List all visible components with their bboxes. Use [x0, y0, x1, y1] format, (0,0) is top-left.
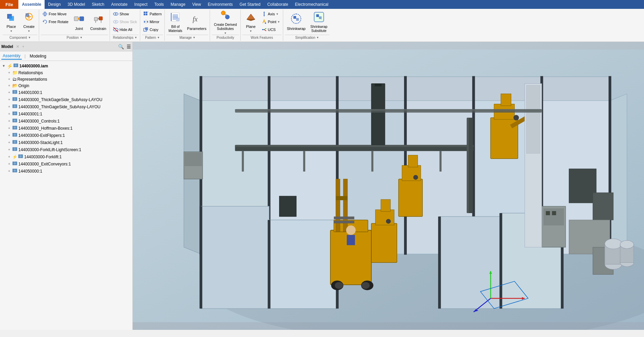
mirror-button[interactable]: Mirror	[142, 18, 163, 26]
svg-point-33	[225, 15, 229, 19]
hide-all-button[interactable]: Hide All	[112, 26, 138, 33]
menu-environments[interactable]: Environments	[204, 0, 236, 9]
expand-exitconveyors[interactable]: +	[7, 162, 12, 166]
menu-collaborate[interactable]: Collaborate	[264, 0, 291, 9]
constrain-button[interactable]: Constrain	[88, 10, 108, 34]
menu-sketch[interactable]: Sketch	[88, 0, 108, 9]
tree-item-144003001[interactable]: + 144003001:1	[0, 110, 132, 117]
place-dropdown-icon: ▼	[10, 30, 13, 33]
group-relationships: Show Show Sick Hide All Relationships ▼	[110, 10, 140, 41]
expand-144001000[interactable]: +	[7, 91, 12, 94]
tree-item-thingage[interactable]: + 144003000_ThinGageSide_SubAssy-LAYOU	[0, 103, 132, 110]
create-button[interactable]: Create ▼	[20, 10, 37, 34]
model-close-icon[interactable]: ✕	[16, 44, 19, 49]
tree-item-hoffman[interactable]: + 144003000_Hoffman-Boxes:1	[0, 125, 132, 132]
viewport[interactable]	[133, 42, 644, 330]
expand-controls[interactable]: +	[7, 119, 12, 123]
tree-item-lightscreen[interactable]: + 144003000-ForklLift-LightScreen:1	[0, 146, 132, 153]
expand-relationships[interactable]: +	[7, 71, 12, 75]
assembly-icon-root	[13, 63, 19, 69]
menu-inspect[interactable]: Inspect	[131, 0, 151, 9]
free-move-label: Free Move	[49, 12, 67, 16]
place-button[interactable]: Place ▼	[3, 10, 20, 34]
svg-rect-61	[14, 105, 16, 107]
menu-view[interactable]: View	[189, 0, 205, 9]
expand-thickgage[interactable]: +	[7, 98, 12, 101]
file-tab[interactable]: File	[0, 0, 18, 9]
svg-marker-43	[262, 29, 263, 30]
expand-forklift[interactable]: +	[7, 155, 12, 159]
menu-design[interactable]: Design	[45, 0, 64, 9]
manage-group-label: Manage ▼	[166, 35, 208, 40]
tab-assembly[interactable]: Assembly	[1, 53, 22, 60]
menu-icon[interactable]: ☰	[127, 44, 131, 49]
tree-item-144050000[interactable]: + 144050000:1	[0, 167, 132, 175]
plane-dropdown-icon: ▼	[249, 30, 252, 33]
part-icon-8	[12, 140, 18, 145]
tree-item-controls[interactable]: + 144003000_Controls:1	[0, 117, 132, 125]
expand-root[interactable]: ▼	[1, 64, 6, 68]
label-exitconveyors: 144003000_ExitConveyors:1	[18, 162, 71, 166]
copy-button[interactable]: Copy	[142, 26, 163, 33]
tree-item-thickgage[interactable]: + 144003000_ThickGageSide_SubAssy-LAYOU	[0, 96, 132, 103]
show-button[interactable]: Show	[112, 10, 138, 18]
tree-item-root[interactable]: ▼ ⚡ 144003000.iam	[0, 62, 132, 69]
axis-button[interactable]: Axis ▼	[260, 10, 281, 18]
label-144003001: 144003001:1	[18, 112, 42, 116]
svg-rect-178	[375, 84, 382, 86]
shrinkwrap-substitute-button[interactable]: ShrinkwrapSubstitute	[308, 10, 329, 34]
parameters-button[interactable]: fx Parameters	[185, 10, 209, 34]
point-button[interactable]: Point ▼	[260, 18, 281, 26]
expand-144003001[interactable]: +	[7, 112, 12, 116]
model-add-icon[interactable]: +	[22, 44, 25, 49]
expand-representations[interactable]: +	[7, 77, 12, 81]
svg-rect-23	[145, 27, 148, 30]
joint-icon	[74, 13, 84, 26]
svg-rect-168	[184, 153, 202, 166]
expand-origin[interactable]: +	[7, 84, 12, 87]
free-rotate-label: Free Rotate	[49, 20, 68, 24]
joint-button[interactable]: Joint	[70, 10, 87, 34]
search-icon[interactable]: 🔍	[118, 44, 124, 49]
menu-electromechanical[interactable]: Electromechanical	[292, 0, 332, 9]
expand-144050000[interactable]: +	[7, 169, 12, 173]
tab-sep: |	[25, 54, 26, 59]
tree-item-144001000[interactable]: + 144001000:1	[0, 89, 132, 96]
menu-3dmodel[interactable]: 3D Model	[64, 0, 88, 9]
tree-item-representations[interactable]: + 🗂 Representations	[0, 76, 132, 82]
tree-item-relationships[interactable]: + 📁 Relationships	[0, 69, 132, 76]
menu-manage[interactable]: Manage	[167, 0, 189, 9]
pattern-button[interactable]: Pattern	[142, 10, 163, 18]
tree-item-exitflippers[interactable]: + 144003000-ExitFlippers:1	[0, 132, 132, 139]
parameters-label: Parameters	[187, 27, 207, 31]
tree-item-exitconveyors[interactable]: + 144003000_ExitConveyors:1	[0, 160, 132, 167]
relationships-group-label: Relationships ▼	[112, 35, 138, 40]
point-label: Point	[268, 20, 276, 24]
tree-item-stacklight[interactable]: + 144003000-StackLight:1	[0, 139, 132, 146]
tab-modeling[interactable]: Modeling	[28, 53, 48, 59]
menu-get-started[interactable]: Get Started	[236, 0, 264, 9]
place-label: Place	[6, 25, 16, 29]
free-rotate-button[interactable]: Free Rotate	[41, 18, 70, 26]
expand-thingage[interactable]: +	[7, 105, 12, 109]
ucs-button[interactable]: UCS	[260, 26, 281, 33]
pattern-label: Pattern	[150, 12, 162, 16]
expand-hoffman[interactable]: +	[7, 126, 12, 130]
free-move-button[interactable]: Free Move	[41, 10, 70, 18]
svg-rect-131	[399, 179, 422, 216]
svg-point-149	[361, 282, 370, 289]
menu-annotate[interactable]: Annotate	[108, 0, 131, 9]
create-derived-substitutes-button[interactable]: Create DerivedSubstitutes ▼	[212, 10, 239, 34]
expand-lightscreen[interactable]: +	[7, 148, 12, 151]
show-sick-button[interactable]: Show Sick	[112, 18, 138, 26]
menu-assemble[interactable]: Assemble	[18, 0, 45, 9]
plane-button[interactable]: Plane ▼	[242, 10, 259, 34]
menu-tools[interactable]: Tools	[151, 0, 167, 9]
bill-of-materials-button[interactable]: Bill ofMaterials	[166, 10, 184, 34]
svg-rect-46	[296, 18, 299, 21]
expand-exitflippers[interactable]: +	[7, 133, 12, 137]
expand-stacklight[interactable]: +	[7, 141, 12, 144]
tree-item-forklift[interactable]: + ⚡ 144003000-Forklift:1	[0, 153, 132, 160]
shrinkwrap-button[interactable]: Shrinkwrap	[285, 10, 308, 34]
tree-item-origin[interactable]: + 📂 Origin	[0, 82, 132, 89]
